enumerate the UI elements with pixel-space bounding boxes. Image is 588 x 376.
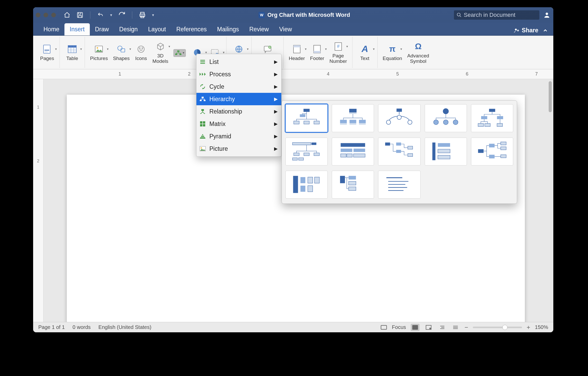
svg-rect-60 (203, 121, 205, 124)
menu-item-cycle[interactable]: Cycle▶ (196, 80, 281, 93)
gallery-item-lined-list[interactable] (378, 171, 420, 199)
menu-item-process[interactable]: Process▶ (196, 68, 281, 80)
gallery-item-name-title-org[interactable] (332, 104, 374, 132)
header-button[interactable]: ▾ Header (286, 43, 307, 62)
menu-item-pyramid[interactable]: Pyramid▶ (196, 130, 281, 142)
search-input[interactable]: Search in Document (454, 10, 539, 20)
minimize-window-button[interactable] (43, 13, 48, 17)
svg-rect-58 (201, 109, 204, 111)
vertical-scrollbar[interactable] (548, 81, 552, 312)
svg-rect-95 (304, 153, 309, 156)
status-bar: Page 1 of 1 0 words English (United Stat… (33, 322, 553, 332)
home-icon[interactable] (63, 11, 71, 19)
tab-view[interactable]: View (274, 23, 297, 35)
svg-point-23 (139, 48, 140, 49)
vruler-num: 1 (37, 105, 39, 110)
svg-rect-87 (481, 116, 487, 119)
svg-rect-128 (349, 181, 356, 185)
close-window-button[interactable] (36, 13, 40, 17)
maximize-window-button[interactable] (51, 13, 56, 17)
tab-design[interactable]: Design (114, 23, 143, 35)
tab-insert[interactable]: Insert (64, 23, 90, 35)
pictures-button[interactable]: ▾ Pictures (87, 43, 111, 62)
table-label: Table (66, 56, 78, 61)
scrollbar-thumb[interactable] (549, 81, 552, 112)
footer-button[interactable]: ▾ Footer (307, 43, 327, 62)
menu-item-relationship[interactable]: Relationship▶ (196, 105, 281, 118)
focus-label[interactable]: Focus (392, 324, 406, 330)
collapse-ribbon-chevron-icon[interactable] (542, 28, 548, 33)
menu-label: Matrix (209, 121, 226, 127)
svg-rect-92 (292, 142, 311, 145)
account-icon[interactable] (543, 11, 551, 19)
gallery-item-circle-picture-hierarchy[interactable] (425, 104, 467, 132)
equation-button[interactable]: π▾ Equation (380, 43, 405, 62)
zoom-slider-thumb[interactable] (502, 325, 508, 330)
gallery-item-horizontal-multi-level[interactable] (425, 138, 467, 166)
svg-point-45 (429, 328, 431, 329)
gallery-item-horizontal-labeled[interactable] (285, 171, 328, 199)
gallery-item-horizontal-org[interactable] (378, 138, 420, 166)
zoom-value[interactable]: 150% (535, 324, 548, 330)
zoom-in-button[interactable]: + (527, 324, 530, 331)
focus-mode-icon[interactable] (380, 325, 387, 330)
svg-rect-74 (350, 120, 356, 123)
word-count[interactable]: 0 words (72, 324, 91, 330)
shapes-button[interactable]: ▾ Shapes (111, 43, 132, 62)
svg-text:W: W (260, 13, 263, 17)
svg-rect-99 (341, 143, 365, 147)
menu-item-matrix[interactable]: Matrix▶ (196, 118, 281, 130)
menu-item-picture[interactable]: Picture▶ (196, 142, 281, 155)
tab-draw[interactable]: Draw (90, 23, 114, 35)
ruler-num: 7 (535, 71, 538, 77)
zoom-slider[interactable] (473, 327, 522, 328)
language[interactable]: English (United States) (98, 324, 151, 330)
gallery-item-labeled-hierarchy[interactable] (285, 138, 328, 166)
advanced-symbol-button[interactable]: Ω AdvancedSymbol (405, 40, 432, 65)
submenu-arrow-icon: ▶ (274, 109, 278, 114)
tab-review[interactable]: Review (244, 23, 274, 35)
gallery-item-organization-chart[interactable] (285, 104, 328, 132)
svg-rect-42 (381, 325, 387, 329)
draft-view-icon[interactable] (451, 324, 460, 331)
tab-layout[interactable]: Layout (143, 23, 171, 35)
gallery-item-half-circle-org[interactable] (378, 104, 420, 132)
zoom-out-button[interactable]: − (465, 324, 468, 331)
svg-rect-112 (438, 149, 450, 153)
page-info[interactable]: Page 1 of 1 (38, 324, 65, 330)
page-number-label-1: Page (333, 53, 344, 58)
tab-references[interactable]: References (171, 23, 212, 35)
web-layout-view-icon[interactable] (424, 324, 433, 331)
qat-customize-chevron-icon[interactable]: ▼ (151, 13, 155, 17)
menu-item-hierarchy[interactable]: Hierarchy▶ (196, 93, 281, 105)
submenu-arrow-icon: ▶ (274, 121, 278, 127)
menu-label: Hierarchy (209, 96, 235, 103)
share-button[interactable]: Share (513, 27, 538, 34)
gallery-item-hierarchy[interactable] (471, 104, 513, 132)
svg-point-79 (386, 120, 391, 124)
gallery-item-horizontal-hierarchy[interactable] (471, 138, 513, 166)
gallery-item-picture-org-chart[interactable] (332, 171, 374, 199)
text-button[interactable]: A▾ Text (355, 43, 375, 62)
outline-view-icon[interactable] (438, 324, 446, 331)
vertical-ruler[interactable]: 1 2 (33, 79, 43, 322)
redo-icon[interactable] (118, 11, 126, 19)
tab-mailings[interactable]: Mailings (212, 23, 244, 35)
icons-button[interactable]: Icons (132, 43, 150, 62)
3d-models-button[interactable]: ▾ 3DModels (150, 40, 171, 65)
gallery-item-table-hierarchy[interactable] (332, 138, 374, 166)
horizontal-ruler[interactable]: 1 2 3 4 5 6 7 (33, 69, 553, 79)
tab-home[interactable]: Home (38, 23, 64, 35)
pages-button[interactable]: ▾ Pages (37, 43, 57, 62)
table-button[interactable]: ▾ Table (62, 43, 82, 62)
page-number-button[interactable]: #▾ PageNumber (327, 40, 350, 65)
save-icon[interactable] (76, 11, 84, 19)
undo-chevron-icon[interactable]: ▼ (109, 13, 113, 17)
menu-item-list[interactable]: List▶ (196, 56, 281, 68)
svg-rect-113 (438, 155, 450, 159)
undo-icon[interactable] (97, 11, 104, 19)
svg-rect-62 (203, 124, 205, 126)
print-icon[interactable] (138, 11, 146, 19)
smartart-button[interactable]: ▾ (171, 48, 188, 57)
print-layout-view-icon[interactable] (411, 324, 420, 331)
